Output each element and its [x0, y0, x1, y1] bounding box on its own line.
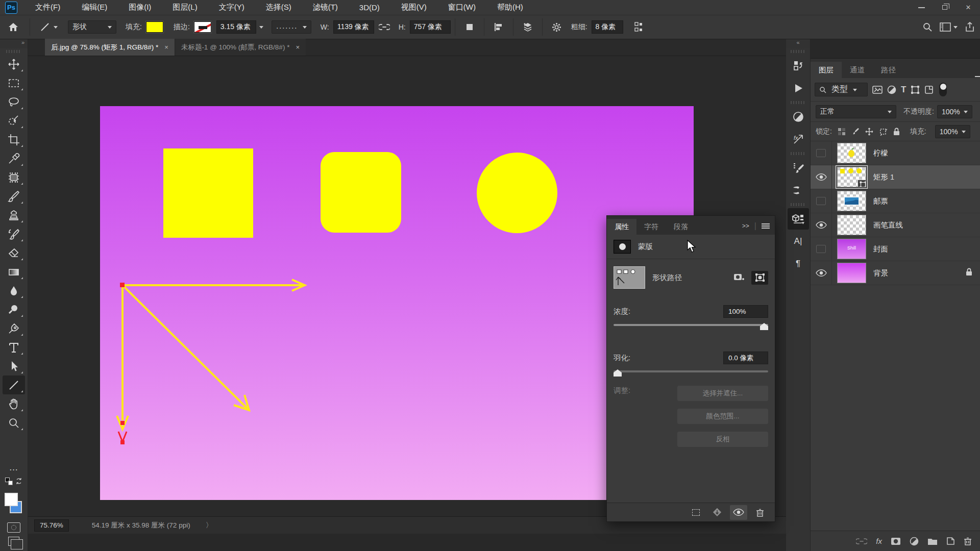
- visibility-cell[interactable]: [811, 237, 832, 261]
- mask-thumbnail-icon[interactable]: [614, 240, 631, 254]
- tab-close-icon[interactable]: ×: [296, 43, 300, 51]
- toolbar-collapse-icon[interactable]: »: [0, 39, 28, 48]
- menu-window[interactable]: 窗口(W): [437, 0, 486, 15]
- layer-row-background[interactable]: 背景: [811, 261, 980, 285]
- filter-type-select[interactable]: 类型: [815, 83, 868, 96]
- menu-help[interactable]: 帮助(H): [486, 0, 534, 15]
- path-alignment-icon[interactable]: [490, 19, 507, 35]
- new-adjustment-layer-icon[interactable]: [910, 537, 919, 546]
- menu-type[interactable]: 文字(Y): [208, 0, 255, 15]
- styles-panel-icon[interactable]: fx: [788, 129, 809, 150]
- brushes-panel-icon[interactable]: [788, 180, 809, 201]
- type-tool[interactable]: [3, 338, 25, 357]
- layer-thumbnail[interactable]: [837, 143, 866, 163]
- fill-color-swatch[interactable]: [146, 21, 163, 33]
- menu-3d[interactable]: 3D(D): [349, 0, 390, 15]
- eraser-tool[interactable]: [3, 243, 25, 262]
- add-mask-button[interactable]: [730, 271, 747, 285]
- document-canvas[interactable]: [100, 106, 694, 500]
- hand-tool[interactable]: [3, 394, 25, 413]
- character-panel-icon[interactable]: A|: [788, 231, 809, 252]
- link-layers-icon[interactable]: [856, 538, 867, 544]
- new-group-folder-icon[interactable]: [927, 537, 938, 545]
- delete-layer-trash-icon[interactable]: [964, 537, 972, 545]
- visibility-cell[interactable]: [811, 165, 832, 189]
- load-selection-icon[interactable]: [687, 505, 704, 520]
- filter-pixel-layers-icon[interactable]: [872, 86, 883, 94]
- density-slider[interactable]: [614, 322, 768, 331]
- width-field[interactable]: 1139 像素: [333, 20, 374, 34]
- toggle-mask-eye-icon[interactable]: [730, 505, 747, 520]
- move-tool[interactable]: [3, 55, 25, 73]
- path-operations-icon[interactable]: [461, 19, 478, 35]
- layer-thumbnail[interactable]: [837, 191, 866, 211]
- share-icon[interactable]: [965, 22, 975, 32]
- gradient-tool[interactable]: [3, 262, 25, 281]
- blur-tool[interactable]: [3, 281, 25, 300]
- document-tab-2[interactable]: 未标题-1 @ 100% (邮票, RGB/8#) * ×: [175, 39, 306, 56]
- height-field[interactable]: 757 像素: [410, 20, 451, 34]
- tool-mode-select[interactable]: 形状: [68, 20, 116, 34]
- layer-style-fx-icon[interactable]: fx: [876, 537, 882, 545]
- add-layer-mask-icon[interactable]: [891, 537, 901, 545]
- history-brush-tool[interactable]: [3, 224, 25, 243]
- swap-colors-icon[interactable]: [5, 478, 22, 489]
- filter-type-layers-icon[interactable]: T: [901, 85, 906, 95]
- layer-name[interactable]: 邮票: [873, 196, 888, 206]
- feather-slider[interactable]: [614, 368, 768, 378]
- stroke-color-swatch[interactable]: [194, 21, 211, 33]
- screen-mode-button[interactable]: [8, 537, 19, 546]
- tab-paths[interactable]: 路径: [873, 62, 904, 78]
- tab-character[interactable]: 字符: [636, 219, 666, 235]
- default-colors-icon[interactable]: [5, 478, 13, 486]
- color-range-button[interactable]: 颜色范围...: [677, 409, 768, 424]
- home-icon[interactable]: [8, 22, 18, 32]
- tab-close-icon[interactable]: ×: [164, 43, 168, 51]
- filter-smart-objects-icon[interactable]: [924, 85, 934, 94]
- density-field[interactable]: 100%: [723, 305, 768, 318]
- new-layer-icon[interactable]: [946, 537, 955, 545]
- eyedropper-tool[interactable]: [3, 149, 25, 168]
- filter-shape-layers-icon[interactable]: [911, 85, 920, 94]
- filter-toggle-switch[interactable]: [939, 83, 947, 96]
- delete-mask-trash-icon[interactable]: [751, 505, 769, 520]
- dodge-tool[interactable]: [3, 300, 25, 319]
- minimize-button[interactable]: [910, 0, 933, 15]
- brush-tool[interactable]: [3, 187, 25, 206]
- tab-channels[interactable]: 通道: [842, 62, 873, 78]
- brush-settings-panel-icon[interactable]: [788, 157, 809, 179]
- layer-thumbnail[interactable]: [837, 263, 866, 283]
- stroke-options-icon[interactable]: [630, 19, 648, 35]
- layer-row-rectangle1[interactable]: 矩形 1: [811, 165, 980, 189]
- chevron-down-icon[interactable]: [259, 26, 263, 31]
- lock-transparency-icon[interactable]: [838, 128, 846, 136]
- layer-name[interactable]: 矩形 1: [873, 172, 894, 182]
- pen-tool[interactable]: [3, 319, 25, 338]
- tab-properties[interactable]: 属性: [607, 219, 636, 235]
- menu-filter[interactable]: 滤镜(T): [302, 0, 349, 15]
- menu-layer[interactable]: 图层(L): [162, 0, 208, 15]
- select-and-mask-button[interactable]: 选择并遮住...: [677, 386, 768, 401]
- adjustments-panel-icon[interactable]: [788, 106, 809, 128]
- shape-settings-gear-icon[interactable]: [548, 19, 566, 35]
- fill-select[interactable]: 100%: [935, 125, 970, 138]
- visibility-cell[interactable]: [811, 141, 832, 165]
- lock-all-icon[interactable]: [893, 128, 900, 136]
- actions-panel-icon[interactable]: [788, 78, 809, 99]
- patch-tool[interactable]: [3, 168, 25, 187]
- paragraph-panel-icon[interactable]: ¶: [788, 253, 809, 274]
- layer-name[interactable]: 背景: [873, 268, 888, 278]
- path-selection-tool[interactable]: [3, 357, 25, 375]
- layer-name[interactable]: 封面: [873, 244, 888, 254]
- layer-row-lemon[interactable]: 柠檬: [811, 141, 980, 165]
- layer-thumbnail[interactable]: Shill: [837, 239, 866, 259]
- path-arrangement-icon[interactable]: [519, 19, 536, 35]
- tab-paragraph[interactable]: 段落: [666, 219, 696, 235]
- zoom-level-field[interactable]: 75.76%: [34, 519, 69, 532]
- apply-mask-icon[interactable]: [708, 505, 726, 520]
- tab-layers[interactable]: 图层: [811, 62, 842, 78]
- crop-tool[interactable]: [3, 130, 25, 149]
- dock-collapse-icon[interactable]: «: [786, 39, 810, 48]
- visibility-cell[interactable]: [811, 261, 832, 285]
- edit-toolbar-ellipsis-icon[interactable]: …: [9, 462, 19, 475]
